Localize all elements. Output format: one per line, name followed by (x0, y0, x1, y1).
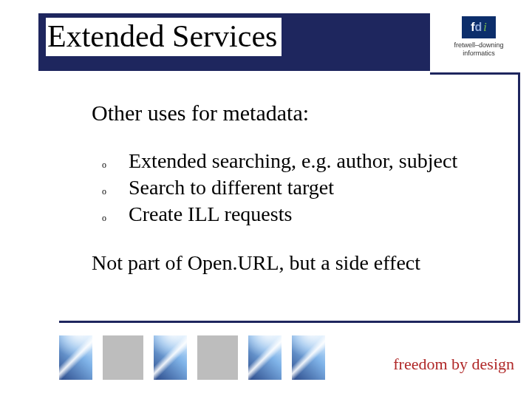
footer-spacer (103, 335, 143, 380)
list-item: o Search to different target (102, 176, 488, 200)
footer-image (248, 335, 282, 380)
logo-letter-d: d (475, 21, 482, 33)
decor-line-right (518, 72, 520, 321)
content-footnote: Not part of Open.URL, but a side effect (92, 251, 488, 275)
bullet-marker: o (102, 213, 129, 224)
bullet-text: Extended searching, e.g. author, subject (129, 149, 457, 173)
footer-image (154, 335, 187, 380)
bullet-marker: o (102, 186, 129, 197)
logo-text-line2: informatics (439, 50, 519, 58)
footer-spacer (197, 335, 238, 380)
decor-line-top (430, 72, 520, 75)
logo-text-line1: fretwell–downing (439, 41, 519, 50)
bullet-text: Search to different target (129, 176, 334, 200)
slide-title: Extended Services (46, 18, 282, 56)
tagline: freedom by design (393, 355, 514, 374)
footer-image (59, 335, 92, 380)
footer-image (292, 335, 325, 380)
logo: fdi fretwell–downing informatics (439, 16, 519, 58)
logo-letter-i: i (482, 21, 486, 33)
logo-mark: fdi (462, 16, 496, 38)
decor-line-bottom (59, 321, 520, 323)
list-item: o Extended searching, e.g. author, subje… (102, 149, 488, 173)
footer-image-strip (59, 335, 325, 380)
bullet-marker: o (102, 160, 129, 171)
list-item: o Create ILL requests (102, 202, 488, 226)
content-heading: Other uses for metadata: (92, 100, 488, 126)
bullet-text: Create ILL requests (129, 202, 292, 226)
bullet-list: o Extended searching, e.g. author, subje… (102, 149, 488, 226)
logo-letters: fdi (471, 21, 487, 34)
